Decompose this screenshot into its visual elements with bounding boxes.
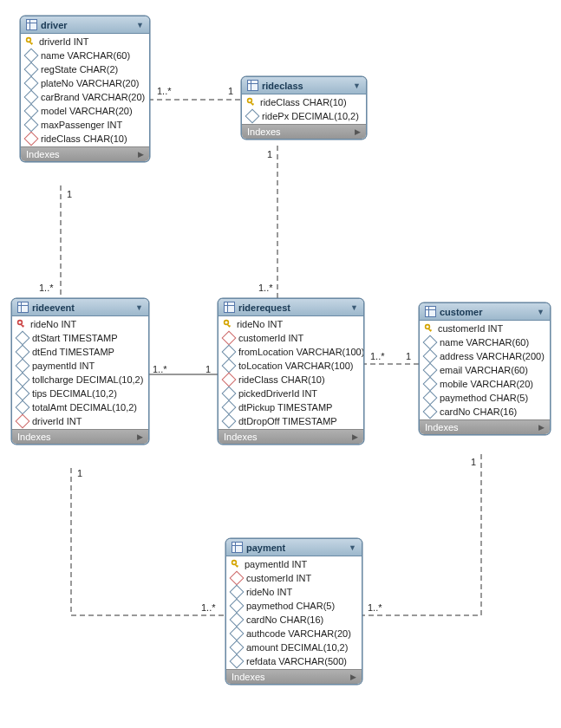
expand-arrow-icon[interactable]: ▶ <box>138 150 144 159</box>
column-row[interactable]: dtStart TIMESTAMP <box>12 331 148 345</box>
table-icon <box>425 306 436 317</box>
column-row[interactable]: driverId INT <box>12 414 148 428</box>
collapse-arrow-icon[interactable]: ▼ <box>349 543 356 552</box>
entity-footer[interactable]: Indexes ▶ <box>21 146 149 161</box>
column-row[interactable]: cardNo CHAR(16) <box>420 405 550 419</box>
column-icon <box>16 331 30 346</box>
entity-rideclass[interactable]: rideclass ▼ rideClass CHAR(10)ridePx DEC… <box>241 76 367 140</box>
column-row[interactable]: email VARCHAR(60) <box>420 363 550 377</box>
entity-title: riderequest <box>238 302 347 313</box>
column-text: name VARCHAR(60) <box>41 50 130 61</box>
entity-footer[interactable]: Indexes ▶ <box>242 124 366 139</box>
column-text: rideClass CHAR(10) <box>260 97 347 107</box>
column-row[interactable]: rideClass CHAR(10) <box>242 95 366 109</box>
column-text: maxPassenger INT <box>41 120 122 130</box>
table-icon <box>17 302 29 313</box>
column-icon <box>423 377 438 392</box>
column-row[interactable]: authcode VARCHAR(20) <box>226 627 362 640</box>
column-row[interactable]: tollcharge DECIMAL(10,2) <box>12 373 148 387</box>
footer-label: Indexes <box>232 672 265 682</box>
column-text: paymethod CHAR(5) <box>440 393 528 403</box>
collapse-arrow-icon[interactable]: ▼ <box>350 303 358 312</box>
column-icon <box>24 90 39 105</box>
column-text: driverId INT <box>39 36 88 47</box>
entity-title: driver <box>41 20 133 30</box>
entity-header[interactable]: driver ▼ <box>21 16 149 34</box>
column-icon <box>16 359 30 374</box>
column-text: tollcharge DECIMAL(10,2) <box>32 374 143 385</box>
column-row[interactable]: rideNo INT <box>219 317 363 331</box>
column-row[interactable]: dtDropOff TIMESTAMP <box>219 414 363 428</box>
column-row[interactable]: pickedDriverId INT <box>219 387 363 400</box>
column-row[interactable]: paymethod CHAR(5) <box>226 599 362 613</box>
entity-footer[interactable]: Indexes ▶ <box>226 669 362 684</box>
entity-header[interactable]: rideevent ▼ <box>12 299 148 316</box>
column-row[interactable]: rideNo INT <box>12 317 148 331</box>
column-row[interactable]: rideClass CHAR(10) <box>219 373 363 387</box>
entity-footer[interactable]: Indexes ▶ <box>219 429 363 444</box>
column-row[interactable]: tips DECIMAL(10,2) <box>12 387 148 400</box>
expand-arrow-icon[interactable]: ▶ <box>352 432 358 441</box>
column-row[interactable]: ridePx DECIMAL(10,2) <box>242 109 366 123</box>
entity-footer[interactable]: Indexes ▶ <box>12 429 148 444</box>
column-text: toLocation VARCHAR(100) <box>238 361 353 371</box>
column-text: authcode VARCHAR(20) <box>246 628 351 639</box>
column-row[interactable]: model VARCHAR(20) <box>21 104 149 118</box>
column-row[interactable]: carBrand VARCHAR(20) <box>21 90 149 104</box>
expand-arrow-icon[interactable]: ▶ <box>350 673 356 681</box>
entity-driver[interactable]: driver ▼ driverId INTname VARCHAR(60)reg… <box>20 16 150 162</box>
collapse-arrow-icon[interactable]: ▼ <box>136 21 144 29</box>
column-icon <box>423 349 438 364</box>
collapse-arrow-icon[interactable]: ▼ <box>353 81 361 90</box>
column-row[interactable]: cardNo CHAR(16) <box>226 613 362 627</box>
column-row[interactable]: rideClass CHAR(10) <box>21 132 149 146</box>
foreign-key-icon <box>222 331 237 346</box>
column-row[interactable]: customerId INT <box>420 322 550 335</box>
column-row[interactable]: driverId INT <box>21 35 149 49</box>
column-row[interactable]: fromLocation VARCHAR(100) <box>219 345 363 359</box>
entity-header[interactable]: payment ▼ <box>226 539 362 556</box>
column-row[interactable]: toLocation VARCHAR(100) <box>219 359 363 373</box>
column-row[interactable]: regState CHAR(2) <box>21 62 149 76</box>
column-text: rideClass CHAR(10) <box>238 374 325 385</box>
column-row[interactable]: paymethod CHAR(5) <box>420 391 550 405</box>
column-icon <box>423 335 438 350</box>
column-row[interactable]: totalAmt DECIMAL(10,2) <box>12 400 148 414</box>
entity-riderequest[interactable]: riderequest ▼ rideNo INTcustomerId INTfr… <box>218 298 364 445</box>
column-row[interactable]: dtPickup TIMESTAMP <box>219 400 363 414</box>
column-text: rideNo INT <box>237 319 283 329</box>
column-row[interactable]: customerId INT <box>226 571 362 585</box>
column-row[interactable]: rideNo INT <box>226 585 362 599</box>
column-row[interactable]: name VARCHAR(60) <box>21 49 149 62</box>
entity-rideevent[interactable]: rideevent ▼ rideNo INTdtStart TIMESTAMPd… <box>11 298 149 445</box>
entity-payment[interactable]: payment ▼ paymentId INTcustomerId INTrid… <box>225 538 362 685</box>
column-row[interactable]: name VARCHAR(60) <box>420 335 550 349</box>
column-row[interactable]: paymentId INT <box>226 557 362 571</box>
entity-body: rideNo INTdtStart TIMESTAMPdtEnd TIMESTA… <box>12 316 148 429</box>
column-row[interactable]: customerId INT <box>219 331 363 345</box>
column-row[interactable]: plateNo VARCHAR(20) <box>21 76 149 90</box>
card-driver-rideevent-bot: 1..* <box>39 283 54 293</box>
expand-arrow-icon[interactable]: ▶ <box>137 432 143 441</box>
table-icon <box>247 80 258 91</box>
expand-arrow-icon[interactable]: ▶ <box>355 127 361 136</box>
card-event-req-left: 1..* <box>153 364 167 374</box>
column-row[interactable]: paymentId INT <box>12 359 148 373</box>
entity-footer[interactable]: Indexes ▶ <box>420 419 550 434</box>
footer-label: Indexes <box>224 432 258 442</box>
column-row[interactable]: refdata VARCHAR(500) <box>226 654 362 668</box>
entity-header[interactable]: riderequest ▼ <box>219 299 363 316</box>
expand-arrow-icon[interactable]: ▶ <box>538 423 545 432</box>
entity-header[interactable]: rideclass ▼ <box>242 77 366 94</box>
collapse-arrow-icon[interactable]: ▼ <box>537 308 545 316</box>
entity-body: customerId INTname VARCHAR(60)address VA… <box>420 321 550 419</box>
entity-customer[interactable]: customer ▼ customerId INTname VARCHAR(60… <box>419 302 551 435</box>
column-row[interactable]: mobile VARCHAR(20) <box>420 377 550 391</box>
entity-header[interactable]: customer ▼ <box>420 303 550 321</box>
column-text: model VARCHAR(20) <box>41 106 133 116</box>
column-row[interactable]: amount DECIMAL(10,2) <box>226 640 362 654</box>
column-row[interactable]: dtEnd TIMESTAMP <box>12 345 148 359</box>
column-row[interactable]: address VARCHAR(200) <box>420 349 550 363</box>
column-row[interactable]: maxPassenger INT <box>21 118 149 132</box>
collapse-arrow-icon[interactable]: ▼ <box>135 303 143 312</box>
